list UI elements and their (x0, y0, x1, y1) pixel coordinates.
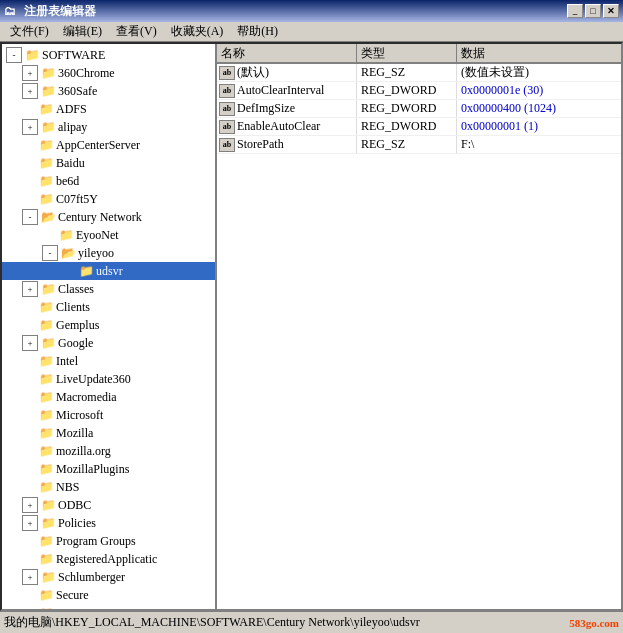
right-panel: 名称 类型 数据 ab (默认) REG_SZ (数值未设置) ab AutoC… (217, 44, 621, 609)
tree-label-appcentersrv: AppCenterServer (56, 138, 140, 153)
tree-item-360safe[interactable]: + 📁 360Safe (2, 82, 215, 100)
tree-item-be6d[interactable]: 📁 be6d (2, 172, 215, 190)
tree-label-odbc: ODBC (58, 498, 91, 513)
tree-item-mozillaplugins[interactable]: 📁 MozillaPlugins (2, 460, 215, 478)
tree-item-policies[interactable]: + 📁 Policies (2, 514, 215, 532)
expand-software[interactable]: - (6, 47, 22, 63)
menu-view[interactable]: 查看(V) (110, 21, 163, 42)
row-label-eac: EnableAutoClear (237, 119, 320, 134)
close-button[interactable]: ✕ (603, 4, 619, 18)
tree-item-macromedia[interactable]: 📁 Macromedia (2, 388, 215, 406)
expand-alipay[interactable]: + (22, 119, 38, 135)
folder-icon-360chrome: 📁 (40, 66, 56, 80)
tree-label-mozilla: Mozilla (56, 426, 93, 441)
table-row[interactable]: ab DefImgSize REG_DWORD 0x00000400 (1024… (217, 100, 621, 118)
menu-edit[interactable]: 编辑(E) (57, 21, 108, 42)
tree-item-alipay[interactable]: + 📁 alipay (2, 118, 215, 136)
tree-label-adfs: ADFS (56, 102, 87, 117)
tree-item-regapps[interactable]: 📁 RegisteredApplicatic (2, 550, 215, 568)
table-row[interactable]: ab AutoClearInterval REG_DWORD 0x0000001… (217, 82, 621, 100)
menu-favorites[interactable]: 收藏夹(A) (165, 21, 230, 42)
folder-icon-mozillaorg: 📁 (38, 444, 54, 458)
table-row[interactable]: ab EnableAutoClear REG_DWORD 0x00000001 … (217, 118, 621, 136)
tree-item-mozilla[interactable]: 📁 Mozilla (2, 424, 215, 442)
tree-item-schlumberger[interactable]: + 📁 Schlumberger (2, 568, 215, 586)
folder-icon-alipay: 📁 (40, 120, 56, 134)
folder-icon-yileyoo: 📂 (60, 246, 76, 260)
tree-item-clients[interactable]: 📁 Clients (2, 298, 215, 316)
tree-item-odbc[interactable]: + 📁 ODBC (2, 496, 215, 514)
tree-item-appcentersrv[interactable]: 📁 AppCenterServer (2, 136, 215, 154)
reg-dword-icon-dis: ab (219, 102, 235, 116)
table-row[interactable]: ab (默认) REG_SZ (数值未设置) (217, 64, 621, 82)
menu-help[interactable]: 帮助(H) (231, 21, 284, 42)
tree-item-mozillaorg[interactable]: 📁 mozilla.org (2, 442, 215, 460)
folder-icon-udsvr: 📁 (78, 264, 94, 278)
expand-odbc[interactable]: + (22, 497, 38, 513)
folder-icon-liveupdate360: 📁 (38, 372, 54, 386)
expand-century[interactable]: - (22, 209, 38, 225)
tree-item-eyoonet[interactable]: 📁 EyooNet (2, 226, 215, 244)
folder-icon-mozilla: 📁 (38, 426, 54, 440)
expand-360safe[interactable]: + (22, 83, 38, 99)
row-data-sp: F:\ (457, 136, 621, 153)
expand-google[interactable]: + (22, 335, 38, 351)
folder-icon-baidu: 📁 (38, 156, 54, 170)
status-watermark: 583go.com (569, 617, 619, 629)
tree-item-google[interactable]: + 📁 Google (2, 334, 215, 352)
expand-360chrome[interactable]: + (22, 65, 38, 81)
tree-item-c07ft5y[interactable]: 📁 C07ft5Y (2, 190, 215, 208)
tree-item-baidu[interactable]: 📁 Baidu (2, 154, 215, 172)
tree-item-software[interactable]: - 📁 SOFTWARE (2, 46, 215, 64)
header-name: 名称 (217, 44, 357, 62)
expand-schlumberger[interactable]: + (22, 569, 38, 585)
folder-icon-macromedia: 📁 (38, 390, 54, 404)
tree-item-programgrps[interactable]: 📁 Program Groups (2, 532, 215, 550)
tree-item-secure[interactable]: 📁 Secure (2, 586, 215, 604)
tree-item-360chrome[interactable]: + 📁 360Chrome (2, 64, 215, 82)
folder-icon-century: 📂 (40, 210, 56, 224)
folder-icon-c07ft5y: 📁 (38, 192, 54, 206)
row-label-default: (默认) (237, 64, 269, 81)
tree-item-nbs[interactable]: 📁 NBS (2, 478, 215, 496)
expand-classes[interactable]: + (22, 281, 38, 297)
folder-icon-clients: 📁 (38, 300, 54, 314)
folder-icon-tencent: 📁 (38, 606, 54, 609)
tree-item-liveupdate360[interactable]: 📁 LiveUpdate360 (2, 370, 215, 388)
tree-item-century[interactable]: - 📂 Century Network (2, 208, 215, 226)
expand-policies[interactable]: + (22, 515, 38, 531)
header-type: 类型 (357, 44, 457, 62)
tree-item-microsoft[interactable]: 📁 Microsoft (2, 406, 215, 424)
folder-icon-schlumberger: 📁 (40, 570, 56, 584)
tree-item-classes[interactable]: + 📁 Classes (2, 280, 215, 298)
row-name-autoclear-interval: ab AutoClearInterval (217, 82, 357, 99)
tree-label-360safe: 360Safe (58, 84, 97, 99)
tree-label-microsoft: Microsoft (56, 408, 103, 423)
menu-file[interactable]: 文件(F) (4, 21, 55, 42)
tree-label-eyoonet: EyooNet (76, 228, 119, 243)
expand-yileyoo[interactable]: - (42, 245, 58, 261)
tree-label-programgrps: Program Groups (56, 534, 136, 549)
tree-item-tencent[interactable]: 📁 Tencent (2, 604, 215, 609)
folder-icon-regapps: 📁 (38, 552, 54, 566)
tree-label-schlumberger: Schlumberger (58, 570, 125, 585)
tree-item-adfs[interactable]: 📁 ADFS (2, 100, 215, 118)
tree-label-clients: Clients (56, 300, 90, 315)
tree-item-yileyoo[interactable]: - 📂 yileyoo (2, 244, 215, 262)
title-icon: 🗂 (4, 4, 16, 19)
tree-panel[interactable]: - 📁 SOFTWARE + 📁 360Chrome + 📁 360Safe 📁… (2, 44, 217, 609)
tree-label-360chrome: 360Chrome (58, 66, 115, 81)
row-data-eac: 0x00000001 (1) (457, 118, 621, 135)
tree-item-intel[interactable]: 📁 Intel (2, 352, 215, 370)
title-bar: 🗂 注册表编辑器 _ □ ✕ (0, 0, 623, 22)
folder-icon-programgrps: 📁 (38, 534, 54, 548)
reg-dword-icon-eac: ab (219, 120, 235, 134)
minimize-button[interactable]: _ (567, 4, 583, 18)
folder-icon-intel: 📁 (38, 354, 54, 368)
row-type-eac: REG_DWORD (357, 118, 457, 135)
row-type-aci: REG_DWORD (357, 82, 457, 99)
table-row[interactable]: ab StorePath REG_SZ F:\ (217, 136, 621, 154)
tree-item-udsvr[interactable]: 📁 udsvr (2, 262, 215, 280)
tree-item-gemplus[interactable]: 📁 Gemplus (2, 316, 215, 334)
maximize-button[interactable]: □ (585, 4, 601, 18)
